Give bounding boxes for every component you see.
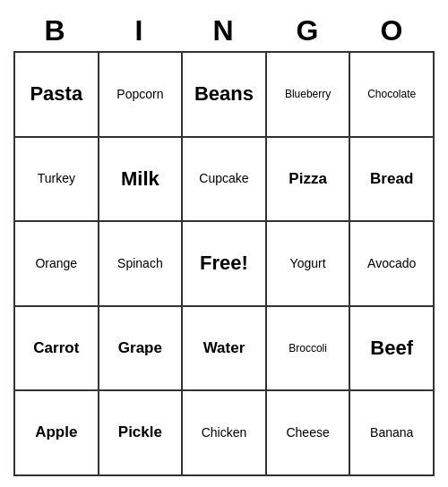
bingo-cell-9: Bread bbox=[350, 138, 435, 223]
bingo-cell-24: Banana bbox=[350, 391, 435, 476]
header-letter-O: O bbox=[350, 11, 435, 51]
bingo-cell-19: Beef bbox=[350, 307, 435, 392]
cell-text-0: Pasta bbox=[30, 82, 82, 106]
cell-text-22: Chicken bbox=[202, 425, 247, 440]
bingo-cell-1: Popcorn bbox=[99, 53, 184, 138]
bingo-cell-23: Cheese bbox=[267, 391, 351, 476]
bingo-cell-16: Grape bbox=[99, 307, 184, 392]
cell-text-10: Orange bbox=[35, 256, 77, 271]
cell-text-8: Pizza bbox=[289, 170, 327, 188]
bingo-cell-2: Beans bbox=[183, 53, 267, 138]
bingo-cell-12: Free! bbox=[183, 222, 267, 307]
cell-text-2: Beans bbox=[194, 82, 254, 106]
cell-text-14: Avocado bbox=[367, 256, 416, 271]
cell-text-21: Pickle bbox=[118, 423, 162, 441]
cell-text-16: Grape bbox=[118, 339, 162, 357]
bingo-cell-13: Yogurt bbox=[267, 222, 351, 307]
bingo-grid: PastaPopcornBeansBlueberryChocolateTurke… bbox=[13, 51, 435, 476]
bingo-cell-8: Pizza bbox=[267, 138, 351, 223]
header-letter-I: I bbox=[98, 11, 182, 51]
bingo-cell-7: Cupcake bbox=[183, 138, 267, 223]
cell-text-9: Bread bbox=[370, 170, 413, 188]
cell-text-24: Banana bbox=[370, 425, 413, 440]
bingo-cell-15: Carrot bbox=[15, 307, 99, 392]
header-letter-B: B bbox=[13, 11, 98, 51]
cell-text-23: Cheese bbox=[286, 425, 329, 440]
cell-text-7: Cupcake bbox=[199, 171, 248, 186]
bingo-cell-18: Broccoli bbox=[267, 307, 351, 392]
bingo-cell-21: Pickle bbox=[99, 391, 184, 476]
bingo-cell-14: Avocado bbox=[350, 222, 435, 307]
cell-text-19: Beef bbox=[370, 337, 413, 360]
cell-text-13: Yogurt bbox=[290, 256, 326, 271]
bingo-cell-6: Milk bbox=[99, 138, 184, 223]
cell-text-3: Blueberry bbox=[285, 88, 331, 100]
cell-text-17: Water bbox=[203, 339, 246, 357]
bingo-cell-4: Chocolate bbox=[350, 53, 435, 138]
cell-text-18: Broccoli bbox=[289, 342, 327, 355]
header-letter-G: G bbox=[266, 11, 350, 51]
cell-text-5: Turkey bbox=[38, 171, 75, 186]
cell-text-11: Spinach bbox=[117, 256, 163, 271]
bingo-cell-0: Pasta bbox=[15, 53, 99, 138]
bingo-cell-10: Orange bbox=[15, 222, 99, 307]
bingo-cell-22: Chicken bbox=[183, 391, 267, 476]
bingo-cell-3: Blueberry bbox=[267, 53, 351, 138]
bingo-cell-20: Apple bbox=[15, 391, 99, 476]
cell-text-4: Chocolate bbox=[367, 88, 416, 100]
cell-text-6: Milk bbox=[121, 167, 159, 191]
bingo-cell-11: Spinach bbox=[99, 222, 184, 307]
bingo-card: BINGO PastaPopcornBeansBlueberryChocolat… bbox=[13, 11, 435, 476]
cell-text-1: Popcorn bbox=[116, 87, 163, 102]
cell-text-20: Apple bbox=[35, 423, 77, 441]
header-letter-N: N bbox=[182, 11, 266, 51]
bingo-cell-17: Water bbox=[183, 307, 267, 392]
cell-text-15: Carrot bbox=[33, 339, 79, 357]
bingo-header: BINGO bbox=[13, 11, 435, 51]
bingo-cell-5: Turkey bbox=[15, 138, 99, 223]
cell-text-12: Free! bbox=[200, 252, 248, 275]
